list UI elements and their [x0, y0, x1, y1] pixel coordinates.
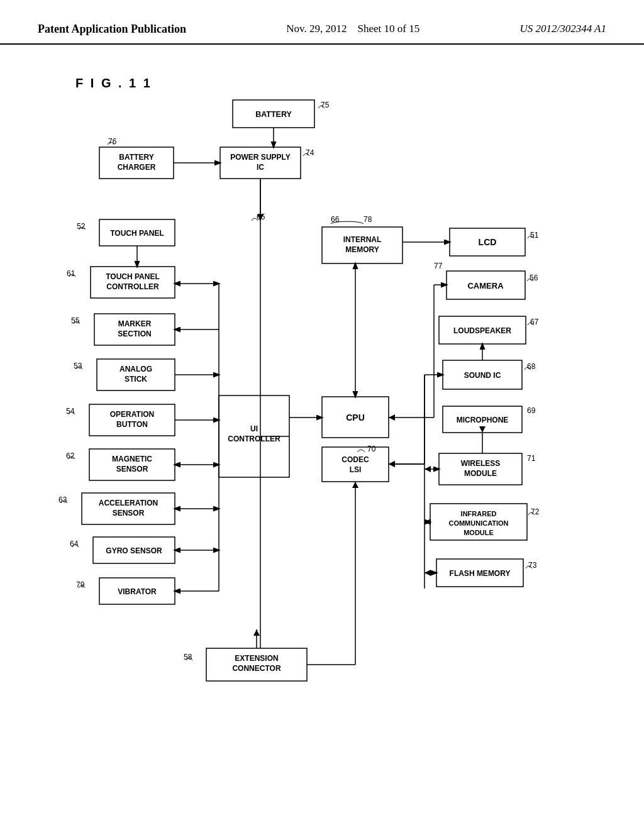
svg-text:TOUCH PANEL: TOUCH PANEL [106, 272, 160, 281]
svg-text:SECTION: SECTION [118, 329, 151, 338]
svg-text:MODULE: MODULE [464, 529, 494, 536]
svg-text:54: 54 [66, 407, 75, 416]
svg-text:78: 78 [364, 215, 372, 224]
header-publication-label: Patent Application Publication [38, 23, 186, 36]
header-patent-number: US 2012/302344 A1 [519, 23, 606, 35]
svg-text:MEMORY: MEMORY [345, 245, 379, 254]
svg-text:LOUDSPEAKER: LOUDSPEAKER [453, 326, 511, 335]
svg-rect-255 [322, 447, 389, 482]
header-date-sheet: Nov. 29, 2012 Sheet 10 of 15 [286, 23, 419, 35]
svg-text:CPU: CPU [346, 412, 365, 423]
svg-text:SENSOR: SENSOR [113, 509, 145, 517]
svg-text:CONNECTOR: CONNECTOR [232, 664, 280, 673]
svg-text:63: 63 [58, 495, 67, 504]
svg-text:SOUND IC: SOUND IC [464, 371, 501, 380]
svg-text:MAGNETIC: MAGNETIC [112, 455, 152, 463]
svg-text:F I G .  1 1: F I G . 1 1 [75, 76, 152, 90]
svg-text:LCD: LCD [479, 237, 497, 247]
svg-text:67: 67 [530, 318, 539, 326]
svg-text:MICROPHONE: MICROPHONE [457, 416, 509, 424]
svg-text:69: 69 [527, 406, 536, 415]
svg-text:MARKER: MARKER [118, 319, 152, 328]
svg-text:77: 77 [434, 262, 443, 270]
svg-text:MODULE: MODULE [464, 469, 497, 478]
svg-text:56: 56 [530, 274, 538, 282]
svg-text:79: 79 [76, 580, 85, 589]
clean-diagram-svg: F I G . 1 1 BATTERY 75 BATTERY CHARGER 7… [38, 51, 604, 780]
svg-text:76: 76 [108, 137, 117, 146]
svg-text:FLASH MEMORY: FLASH MEMORY [450, 569, 511, 578]
svg-text:BUTTON: BUTTON [116, 420, 148, 429]
svg-text:COMMUNICATION: COMMUNICATION [448, 519, 508, 527]
svg-text:BATTERY: BATTERY [255, 110, 292, 119]
svg-text:ACCELERATION: ACCELERATION [99, 499, 158, 507]
svg-text:LSI: LSI [350, 465, 362, 474]
svg-text:CAMERA: CAMERA [467, 281, 504, 290]
svg-text:EXTENSION: EXTENSION [235, 654, 278, 663]
svg-text:75: 75 [321, 101, 330, 109]
svg-text:70: 70 [367, 445, 376, 453]
svg-text:68: 68 [527, 362, 536, 371]
svg-text:ANALOG: ANALOG [119, 365, 152, 374]
main-diagram: F I G . 1 1 BATTERY 75 BATTERY CHARGER 7… [38, 51, 604, 780]
header-sheet: Sheet 10 of 15 [357, 23, 419, 35]
svg-text:CODEC: CODEC [341, 455, 369, 464]
svg-text:TOUCH PANEL: TOUCH PANEL [110, 229, 164, 238]
svg-text:72: 72 [531, 507, 540, 516]
svg-text:BATTERY: BATTERY [119, 153, 153, 162]
svg-text:CONTROLLER: CONTROLLER [106, 282, 159, 291]
svg-text:CHARGER: CHARGER [118, 163, 156, 172]
svg-text:71: 71 [527, 454, 536, 463]
svg-text:53: 53 [74, 362, 82, 370]
svg-text:64: 64 [70, 540, 79, 548]
svg-text:66: 66 [331, 215, 340, 224]
svg-text:IC: IC [257, 163, 264, 172]
svg-text:74: 74 [306, 148, 314, 157]
svg-text:65: 65 [257, 213, 265, 221]
svg-text:GYRO SENSOR: GYRO SENSOR [106, 546, 162, 555]
svg-text:INTERNAL: INTERNAL [343, 235, 382, 244]
svg-text:CONTROLLER: CONTROLLER [228, 434, 280, 443]
svg-text:55: 55 [71, 316, 80, 325]
page-header: Patent Application Publication Nov. 29, … [0, 0, 644, 45]
svg-text:58: 58 [184, 653, 192, 661]
svg-text:52: 52 [77, 222, 86, 231]
svg-text:VIBRATOR: VIBRATOR [118, 587, 157, 596]
svg-text:62: 62 [66, 451, 75, 460]
svg-text:WIRELESS: WIRELESS [461, 459, 501, 468]
svg-text:UI: UI [250, 424, 258, 433]
svg-text:STICK: STICK [125, 375, 147, 384]
svg-text:OPERATION: OPERATION [110, 410, 154, 419]
svg-text:POWER SUPPLY: POWER SUPPLY [230, 153, 291, 162]
svg-text:INFRARED: INFRARED [461, 510, 497, 517]
svg-text:51: 51 [530, 231, 539, 240]
svg-text:SENSOR: SENSOR [116, 465, 148, 473]
svg-text:61: 61 [67, 269, 75, 278]
svg-text:73: 73 [528, 561, 537, 570]
header-date: Nov. 29, 2012 [286, 23, 347, 35]
